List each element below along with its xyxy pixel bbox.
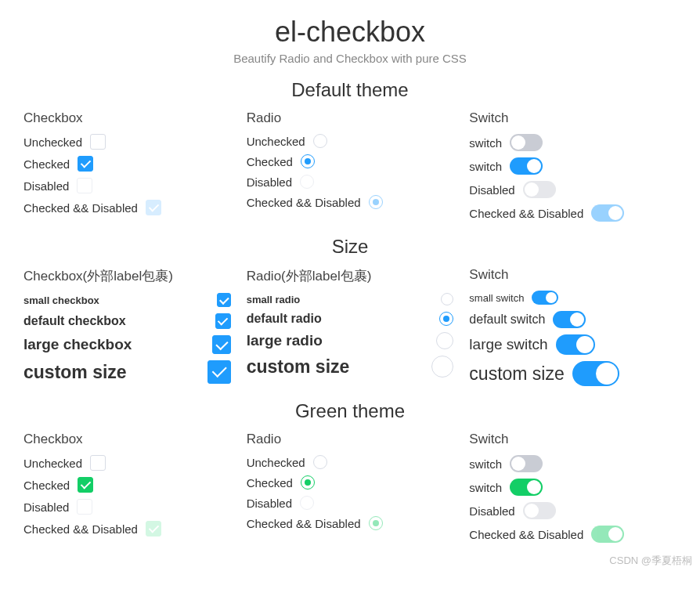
header-switch: Switch bbox=[469, 267, 677, 283]
checkbox-default[interactable] bbox=[215, 313, 231, 329]
radio-custom[interactable] bbox=[431, 356, 453, 378]
switch-default[interactable] bbox=[553, 311, 586, 328]
label-switch: switch bbox=[469, 481, 502, 494]
radio-large[interactable] bbox=[436, 332, 453, 349]
label-checked-disabled: Checked && Disabled bbox=[247, 517, 361, 530]
label-large-switch: large switch bbox=[469, 336, 547, 353]
label-disabled: Disabled bbox=[23, 500, 69, 514]
switch-small[interactable] bbox=[532, 291, 558, 305]
label-unchecked: Unchecked bbox=[23, 135, 82, 149]
label-checked: Checked bbox=[23, 479, 70, 492]
label-checked-disabled: Checked && Disabled bbox=[23, 522, 138, 536]
radio-disabled bbox=[300, 175, 314, 189]
label-disabled: Disabled bbox=[469, 504, 514, 518]
switch-large[interactable] bbox=[556, 334, 595, 355]
label-checked-disabled: Checked && Disabled bbox=[469, 207, 583, 220]
switch-on[interactable] bbox=[510, 157, 543, 175]
section-size: Size bbox=[23, 236, 677, 258]
label-disabled: Disabled bbox=[23, 179, 69, 193]
radio-small[interactable] bbox=[441, 293, 453, 305]
switch-off-green[interactable] bbox=[510, 455, 543, 472]
label-default-checkbox: default checkbox bbox=[23, 314, 126, 328]
label-switch: switch bbox=[469, 136, 502, 150]
label-checked: Checked bbox=[247, 155, 293, 168]
section-green-theme: Green theme bbox=[23, 400, 677, 422]
page-title: el-checkbox bbox=[23, 16, 677, 49]
label-custom-size: custom size bbox=[469, 363, 564, 385]
switch-checked-disabled-green bbox=[591, 526, 624, 543]
checkbox-checked-disabled bbox=[146, 200, 161, 215]
header-checkbox-wrap: Checkbox(外部label包裹) bbox=[23, 267, 231, 285]
radio-unchecked-green[interactable] bbox=[313, 455, 327, 469]
label-checked-disabled: Checked && Disabled bbox=[469, 528, 583, 541]
switch-disabled bbox=[523, 181, 556, 198]
radio-checked[interactable] bbox=[301, 154, 315, 168]
checkbox-large[interactable] bbox=[212, 335, 231, 354]
page-subtitle: Beautify Radio and Checkbox with pure CS… bbox=[23, 52, 677, 65]
switch-off[interactable] bbox=[510, 134, 543, 151]
header-checkbox: Checkbox bbox=[23, 110, 231, 126]
radio-checked-disabled bbox=[369, 195, 383, 209]
header-switch: Switch bbox=[469, 110, 677, 126]
label-small-switch: small switch bbox=[469, 292, 524, 304]
header-radio-wrap: Radio(外部label包裹) bbox=[247, 267, 454, 285]
label-small-checkbox: small checkbox bbox=[23, 294, 99, 306]
label-checked: Checked bbox=[23, 157, 70, 171]
checkbox-unchecked[interactable] bbox=[90, 134, 106, 150]
label-disabled: Disabled bbox=[247, 497, 292, 510]
label-switch: switch bbox=[469, 160, 502, 173]
checkbox-disabled-green bbox=[77, 499, 92, 515]
checkbox-unchecked-green[interactable] bbox=[90, 455, 106, 471]
label-checked-disabled: Checked && Disabled bbox=[247, 196, 361, 209]
radio-checked-disabled-green bbox=[369, 516, 383, 530]
switch-checked-disabled bbox=[591, 204, 624, 222]
radio-checked-green[interactable] bbox=[301, 475, 315, 490]
watermark: CSDN @季夏梧桐 bbox=[609, 554, 692, 568]
label-small-radio: small radio bbox=[247, 294, 301, 305]
label-checked: Checked bbox=[247, 476, 293, 490]
label-unchecked: Unchecked bbox=[247, 456, 305, 469]
label-large-radio: large radio bbox=[247, 332, 323, 349]
label-unchecked: Unchecked bbox=[23, 457, 82, 470]
radio-default[interactable] bbox=[439, 312, 453, 326]
label-disabled: Disabled bbox=[247, 175, 292, 189]
section-default-theme: Default theme bbox=[23, 79, 677, 101]
label-custom-size: custom size bbox=[247, 356, 350, 378]
radio-disabled-green bbox=[300, 496, 314, 510]
checkbox-checked-green[interactable] bbox=[78, 477, 93, 493]
checkbox-custom[interactable] bbox=[207, 360, 231, 384]
header-switch: Switch bbox=[469, 432, 677, 447]
switch-on-green[interactable] bbox=[510, 479, 543, 496]
label-default-switch: default switch bbox=[469, 313, 545, 327]
switch-disabled-green bbox=[523, 502, 556, 519]
switch-custom[interactable] bbox=[572, 361, 619, 386]
label-custom-size: custom size bbox=[23, 362, 127, 383]
label-switch: switch bbox=[469, 457, 502, 471]
checkbox-disabled bbox=[77, 178, 92, 193]
label-default-radio: default radio bbox=[247, 312, 322, 326]
label-unchecked: Unchecked bbox=[247, 135, 305, 148]
header-radio: Radio bbox=[247, 110, 454, 126]
checkbox-small[interactable] bbox=[217, 293, 231, 307]
checkbox-checked[interactable] bbox=[78, 156, 93, 172]
checkbox-checked-disabled-green bbox=[146, 521, 161, 537]
label-checked-disabled: Checked && Disabled bbox=[23, 201, 138, 215]
header-checkbox: Checkbox bbox=[23, 432, 231, 447]
label-disabled: Disabled bbox=[469, 183, 514, 197]
radio-unchecked[interactable] bbox=[313, 134, 327, 148]
header-radio: Radio bbox=[247, 432, 454, 447]
label-large-checkbox: large checkbox bbox=[23, 336, 132, 353]
